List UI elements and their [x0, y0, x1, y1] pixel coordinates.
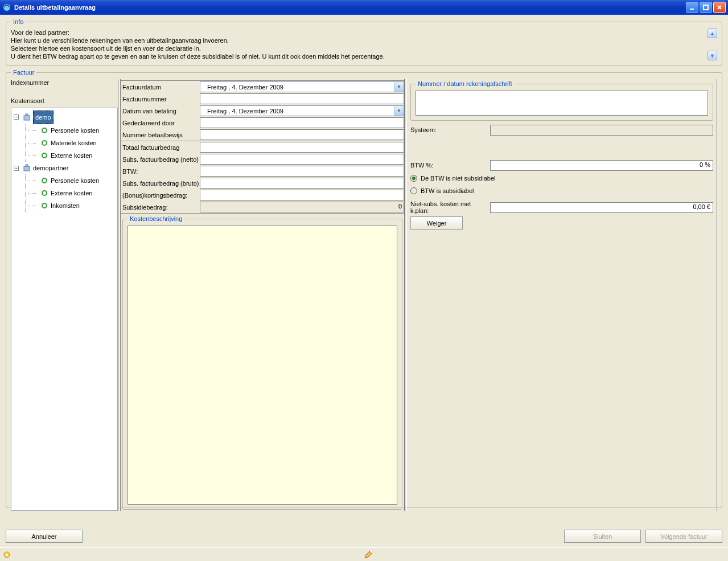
weiger-button[interactable]: Weiger	[410, 216, 463, 230]
svg-point-7	[42, 153, 47, 158]
factuur-panel: Factuur Indexnummer Kostensoort − demo	[6, 69, 722, 507]
radio-icon[interactable]	[410, 187, 417, 194]
btw-radio-wel[interactable]: BTW is subsidiabel	[410, 186, 713, 196]
btw-label: BTW:	[121, 168, 200, 175]
kosten-legend: Kostenbeschrijving	[127, 215, 184, 222]
partner-icon	[23, 164, 31, 172]
tree-partner-node[interactable]: demo	[23, 110, 116, 124]
kostenbeschrijving-textarea[interactable]	[127, 226, 397, 505]
chevron-down-icon[interactable]: ▼	[394, 106, 404, 116]
bonus-field[interactable]	[200, 190, 404, 200]
svg-point-14	[6, 554, 8, 556]
partner-icon	[23, 113, 31, 121]
app-icon	[2, 3, 11, 12]
factuurdatum-field[interactable]: Freitag , 4. Dezember 2009▼	[200, 81, 404, 92]
nummer-legend: Nummer / datum rekeningafschrift	[416, 80, 515, 87]
info-legend: Info	[11, 18, 26, 25]
tree-collapse-icon[interactable]: −	[14, 166, 19, 171]
radio-label: BTW is subsidiabel	[421, 187, 474, 194]
close-button[interactable]	[713, 2, 726, 13]
tree-label: Personele kosten	[51, 174, 99, 187]
circle-icon	[40, 151, 48, 159]
info-line: U dient het BTW bedrag apart op te geven…	[11, 52, 708, 60]
info-scrollbar[interactable]: ▲ ▼	[708, 28, 717, 60]
btw-pct-label: BTW %:	[410, 162, 490, 169]
radio-icon[interactable]	[410, 175, 417, 182]
sluiten-button[interactable]: Sluiten	[564, 530, 641, 543]
svg-point-10	[42, 178, 47, 183]
window-body: Info Voor de lead partner: Hier kunt u d…	[0, 15, 728, 547]
systeem-field	[490, 125, 713, 136]
tree-leaf[interactable]: Personele kosten	[40, 124, 116, 137]
tree-leaf[interactable]: Externe kosten	[40, 149, 116, 162]
gedeclareerd-field[interactable]	[200, 117, 404, 128]
tree-leaf[interactable]: Personele kosten	[40, 174, 116, 187]
minimize-button[interactable]	[686, 2, 698, 13]
factuurdatum-label: Factuurdatum	[121, 84, 200, 91]
svg-point-11	[42, 191, 47, 195]
totaal-field[interactable]	[200, 142, 404, 153]
subsidie-label: Subsidiebedrag:	[121, 204, 200, 211]
maximize-button[interactable]	[700, 2, 712, 13]
tree-leaf[interactable]: Externe kosten	[40, 187, 116, 199]
nummer-betaal-label: Nummer betaalbewijs	[121, 132, 200, 138]
window-title: Details uitbetalingaanvraag	[14, 4, 686, 11]
window-controls	[686, 2, 726, 13]
factuurnummer-label: Factuurnummer	[121, 96, 200, 103]
tree-leaf[interactable]: Materiële kosten	[40, 137, 116, 149]
info-line: Selecteer hiertoe een kostensoort uit de…	[11, 44, 708, 52]
btw-field[interactable]	[200, 166, 404, 177]
svg-point-5	[42, 128, 47, 133]
subs-netto-label: Subs. factuurbedrag (netto)	[121, 156, 200, 163]
tree-collapse-icon[interactable]: −	[14, 114, 19, 120]
nummer-panel: Nummer / datum rekeningafschrift	[410, 80, 713, 121]
kostenbeschrijving-panel: Kostenbeschrijving	[122, 215, 402, 510]
svg-rect-9	[26, 165, 28, 166]
circle-icon	[40, 202, 48, 210]
tree-partner-node[interactable]: demopartner	[23, 162, 116, 174]
info-panel: Info Voor de lead partner: Hier kunt u d…	[6, 18, 722, 65]
datum-betaling-label: Datum van betaling	[121, 108, 200, 114]
subs-bruto-label: Subs. factuurbedrag (bruto)	[121, 180, 200, 187]
btw-pct-field[interactable]: 0 %	[490, 160, 713, 171]
svg-point-12	[42, 203, 47, 208]
tree-label: demo	[33, 110, 54, 124]
bottom-bar: Annuleer Sluiten Volgende factuur	[6, 530, 722, 543]
svg-rect-3	[24, 116, 30, 120]
scroll-up-icon[interactable]: ▲	[708, 28, 717, 38]
subs-netto-field[interactable]	[200, 154, 404, 165]
svg-rect-8	[24, 166, 30, 171]
scroll-down-icon[interactable]: ▼	[708, 51, 717, 60]
factuurnummer-field[interactable]	[200, 93, 404, 104]
indexnummer-label: Indexnummer	[11, 79, 118, 86]
circle-icon	[40, 139, 48, 147]
nummer-betaal-field[interactable]	[200, 129, 404, 140]
tree-label: Externe kosten	[51, 187, 92, 199]
gear-icon	[2, 550, 11, 559]
kostensoort-tree[interactable]: − demo Personele kosten Materiële kosten…	[11, 108, 118, 511]
btw-radio-niet[interactable]: De BTW is niet subsidiabel	[410, 173, 713, 183]
niet-subs-label: Niet-subs. kosten met k.plan:	[410, 200, 490, 214]
annuleer-button[interactable]: Annuleer	[6, 530, 83, 543]
datum-betaling-field[interactable]: Freitag , 4. Dezember 2009▼	[200, 105, 404, 116]
info-line: Hier kunt u de verschillende rekeningen …	[11, 36, 708, 44]
chevron-down-icon[interactable]: ▼	[394, 82, 404, 92]
niet-subs-field[interactable]: 0,00 €	[490, 202, 713, 213]
circle-icon	[40, 177, 48, 185]
svg-rect-2	[704, 5, 708, 10]
middle-column: Factuurdatum Freitag , 4. Dezember 2009▼…	[120, 79, 405, 511]
subs-bruto-field[interactable]	[200, 178, 404, 189]
left-column: Indexnummer Kostensoort − demo Personele…	[11, 79, 118, 511]
circle-icon	[40, 126, 48, 134]
circle-icon	[40, 189, 48, 197]
volgende-button[interactable]: Volgende factuur	[645, 530, 722, 543]
titlebar: Details uitbetalingaanvraag	[0, 0, 728, 15]
radio-label: De BTW is niet subsidiabel	[421, 175, 495, 182]
rekeningafschrift-field[interactable]	[416, 91, 708, 116]
tree-label: Personele kosten	[51, 124, 99, 137]
tree-leaf[interactable]: Inkomsten	[40, 199, 116, 212]
tree-label: demopartner	[33, 162, 68, 174]
date-value: Freitag , 4. Dezember 2009	[200, 84, 394, 91]
svg-rect-4	[26, 114, 28, 116]
gedeclareerd-label: Gedeclareerd door	[121, 120, 200, 126]
